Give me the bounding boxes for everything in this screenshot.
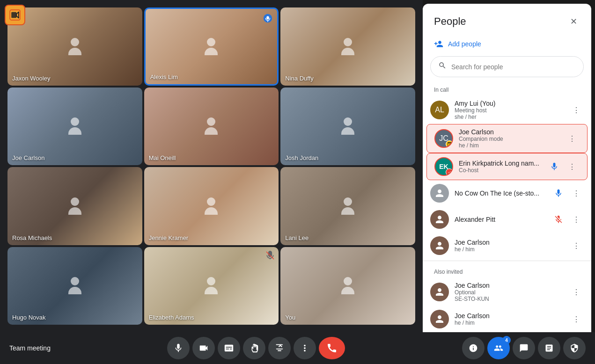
video-tile-jennie[interactable]: Jennie Kramer — [144, 167, 279, 245]
speaking-indicator-alexis — [262, 13, 273, 24]
mic-button[interactable] — [167, 337, 190, 359]
chat-button[interactable] — [513, 337, 535, 359]
tile-name-joe: Joe Carlson — [12, 154, 44, 161]
video-tile-you[interactable]: You — [280, 247, 415, 325]
video-tile-mai[interactable]: Mai Oneill — [144, 87, 279, 166]
person-item-erin[interactable]: EK Erin Kirkpatrick Long nam... Co-host … — [426, 153, 588, 180]
avatar-alex — [430, 210, 449, 229]
person-name-nocow: No Cow On The Ice (se-sto... — [455, 189, 551, 197]
person-sub-erin: Co-host — [459, 167, 547, 174]
person-item-amy[interactable]: AL Amy Lui (You) Meeting host she / her … — [423, 96, 591, 124]
activities-button[interactable] — [538, 337, 560, 359]
meeting-info-button[interactable] — [462, 337, 485, 359]
person-name-joe3: Joe Carlson — [455, 282, 569, 289]
person-item-joe2[interactable]: Joe Carlson he / him ⋮ — [423, 233, 591, 259]
person-info-nocow: No Cow On The Ice (se-sto... — [455, 189, 551, 197]
avatar-joe3 — [430, 283, 449, 301]
video-tile-rosa[interactable]: Rosa Michaels — [7, 167, 142, 245]
person-actions-joe2: ⋮ — [569, 238, 584, 253]
add-people-label: Add people — [448, 40, 481, 48]
person-name-joe-companion: Joe Carlson — [459, 128, 565, 136]
person-info-alex: Alexander Pitt — [455, 216, 551, 223]
present-button[interactable] — [268, 337, 291, 359]
person-info-joe2: Joe Carlson he / him — [455, 239, 569, 253]
person-info-joe3: Joe Carlson Optional SE-STO-KUN — [455, 282, 569, 302]
avatar-joe2 — [430, 236, 449, 255]
more-options-erin[interactable]: ⋮ — [565, 159, 580, 174]
tile-name-you: You — [285, 314, 295, 321]
also-invited-label: Also invited — [423, 263, 591, 278]
mic-muted-elizabeth — [265, 251, 275, 262]
video-tile-joe[interactable]: Joe Carlson — [7, 87, 142, 166]
person-item-joe3[interactable]: Joe Carlson Optional SE-STO-KUN ⋮ — [423, 278, 591, 306]
avatar-amy: AL — [430, 101, 449, 119]
in-call-label: In call — [423, 81, 591, 96]
logo-button[interactable] — [5, 5, 25, 25]
more-options-joe2[interactable]: ⋮ — [569, 238, 584, 253]
more-options-amy[interactable]: ⋮ — [569, 102, 584, 117]
erin-badge — [446, 168, 453, 176]
search-icon — [438, 61, 447, 72]
person-name-joe4: Joe Carlson — [455, 312, 569, 320]
panel-title: People — [434, 15, 466, 28]
tile-name-mai: Mai Oneill — [149, 154, 176, 161]
people-list: In call AL Amy Lui (You) Meeting host sh… — [423, 81, 591, 332]
more-options-alex[interactable]: ⋮ — [569, 212, 584, 227]
video-tile-alexis[interactable]: Alexis Lim — [144, 7, 279, 86]
raise-hand-button[interactable] — [243, 337, 265, 359]
more-options-button[interactable] — [294, 337, 316, 359]
add-person-icon — [434, 39, 443, 49]
panel-header: People ✕ — [423, 4, 591, 36]
person-actions-alex: ⋮ — [551, 212, 584, 227]
person-pronoun-joe-companion: he / him — [459, 142, 565, 149]
search-box — [430, 56, 584, 77]
person-info-joe4: Joe Carlson he / him — [455, 312, 569, 326]
video-tile-jaxon[interactable]: Jaxon Wooley — [7, 7, 142, 86]
toolbar-center — [167, 337, 345, 359]
safety-button[interactable] — [563, 337, 586, 359]
video-tile-josh[interactable]: Josh Jordan — [280, 87, 415, 166]
divider — [423, 261, 591, 261]
person-item-joe4[interactable]: Joe Carlson he / him ⋮ — [423, 306, 591, 332]
video-grid: Jaxon Wooley Alexis Lim Nina Du — [4, 4, 419, 328]
person-sub-joe3-2: SE-STO-KUN — [455, 296, 569, 302]
tile-name-nina: Nina Duffy — [285, 75, 313, 82]
person-name-amy: Amy Lui (You) — [455, 100, 569, 107]
tile-name-josh: Josh Jordan — [285, 154, 318, 161]
tile-name-rosa: Rosa Michaels — [12, 234, 52, 241]
end-call-button[interactable] — [319, 337, 345, 359]
tile-name-jennie: Jennie Kramer — [149, 234, 189, 241]
person-sub-joe2: he / him — [455, 246, 569, 253]
person-actions-joe4: ⋮ — [569, 312, 584, 327]
person-name-alex: Alexander Pitt — [455, 216, 551, 223]
more-options-nocow[interactable]: ⋮ — [569, 186, 584, 201]
avatar-joe-companion: JC — [434, 129, 453, 148]
meeting-name: Team meeting — [9, 344, 51, 352]
person-actions-joe-companion: ⋮ — [565, 131, 580, 146]
add-people-button[interactable]: Add people — [423, 36, 591, 52]
person-actions-joe3: ⋮ — [569, 284, 584, 299]
person-item-joe-companion[interactable]: JC Joe Carlson Companion mode he / him ⋮ — [426, 124, 588, 153]
person-info-amy: Amy Lui (You) Meeting host she / her — [455, 100, 569, 120]
more-options-joe3[interactable]: ⋮ — [569, 284, 584, 299]
captions-button[interactable] — [218, 337, 240, 359]
speaking-indicator-erin — [547, 159, 562, 174]
video-tile-elizabeth[interactable]: Elizabeth Adams — [144, 247, 279, 325]
more-options-joe4[interactable]: ⋮ — [569, 312, 584, 327]
person-info-erin: Erin Kirkpatrick Long nam... Co-host — [459, 160, 547, 174]
avatar-nocow — [430, 184, 449, 203]
video-tile-hugo[interactable]: Hugo Novak — [7, 247, 142, 325]
more-options-joe-companion[interactable]: ⋮ — [565, 131, 580, 146]
tile-name-elizabeth: Elizabeth Adams — [149, 314, 194, 321]
toolbar-left: Team meeting — [9, 344, 51, 352]
search-input[interactable] — [451, 63, 576, 71]
camera-button[interactable] — [192, 337, 215, 359]
video-tile-lani[interactable]: Lani Lee — [280, 167, 415, 245]
person-actions-erin: ⋮ — [547, 159, 580, 174]
person-item-nocow[interactable]: No Cow On The Ice (se-sto... ⋮ — [423, 180, 591, 206]
person-item-alex[interactable]: Alexander Pitt ⋮ — [423, 206, 591, 233]
avatar-joe4 — [430, 310, 449, 328]
close-panel-button[interactable]: ✕ — [565, 13, 582, 30]
participants-button[interactable]: 4 — [487, 337, 510, 359]
video-tile-nina[interactable]: Nina Duffy — [280, 7, 415, 86]
